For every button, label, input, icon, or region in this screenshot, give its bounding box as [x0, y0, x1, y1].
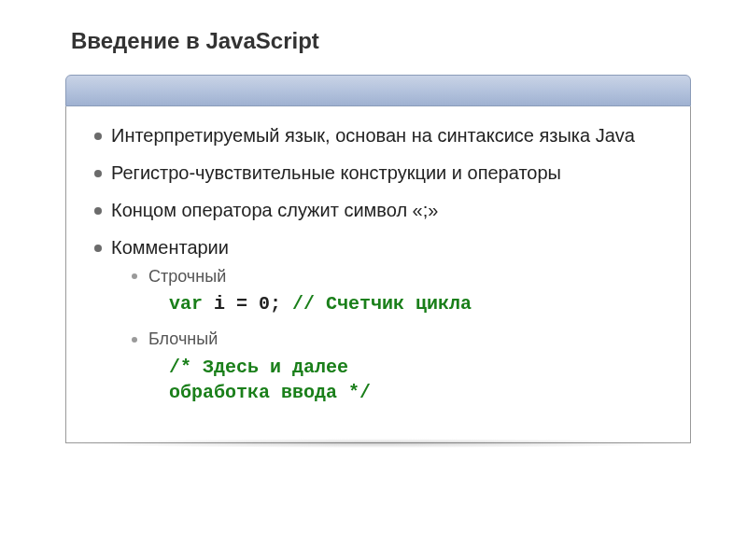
sub-bullet-text: Блочный: [148, 329, 218, 348]
bullet-item: Регистро-чувствительные конструкции и оп…: [91, 161, 666, 185]
slide-title: Введение в JavaScript: [65, 28, 691, 54]
sub-bullet-item: Строчный var i = 0; // Счетчик цикла: [111, 265, 666, 316]
sub-bullet-list: Строчный var i = 0; // Счетчик цикла Бло…: [111, 265, 666, 405]
panel-header-bar: [65, 75, 691, 106]
bullet-text: Концом оператора служит символ «;»: [111, 200, 438, 220]
code-statement: i = 0;: [203, 293, 292, 315]
bullet-list: Интерпретируемый язык, основан на синтак…: [91, 123, 666, 405]
slide: Введение в JavaScript Интерпретируемый я…: [0, 0, 747, 462]
code-sample-inline: var i = 0; // Счетчик цикла: [169, 291, 666, 316]
code-comment: // Счетчик цикла: [292, 293, 472, 315]
code-block-comment: /* Здесь и далее обработка ввода */: [169, 357, 371, 403]
sub-bullet-item: Блочный /* Здесь и далее обработка ввода…: [111, 328, 666, 404]
content-panel: Интерпретируемый язык, основан на синтак…: [65, 75, 691, 443]
sub-bullet-text: Строчный: [148, 267, 226, 286]
code-keyword: var: [169, 293, 203, 315]
bullet-item: Концом оператора служит символ «;»: [91, 198, 666, 222]
bullet-item: Комментарии Строчный var i = 0; // Счетч…: [91, 235, 666, 405]
panel-body: Интерпретируемый язык, основан на синтак…: [65, 106, 691, 443]
bullet-item: Интерпретируемый язык, основан на синтак…: [91, 123, 666, 147]
bullet-text: Регистро-чувствительные конструкции и оп…: [111, 162, 561, 183]
bullet-text: Интерпретируемый язык, основан на синтак…: [111, 125, 635, 146]
code-sample-block: /* Здесь и далее обработка ввода */: [169, 355, 666, 405]
bullet-text: Комментарии: [111, 237, 229, 258]
